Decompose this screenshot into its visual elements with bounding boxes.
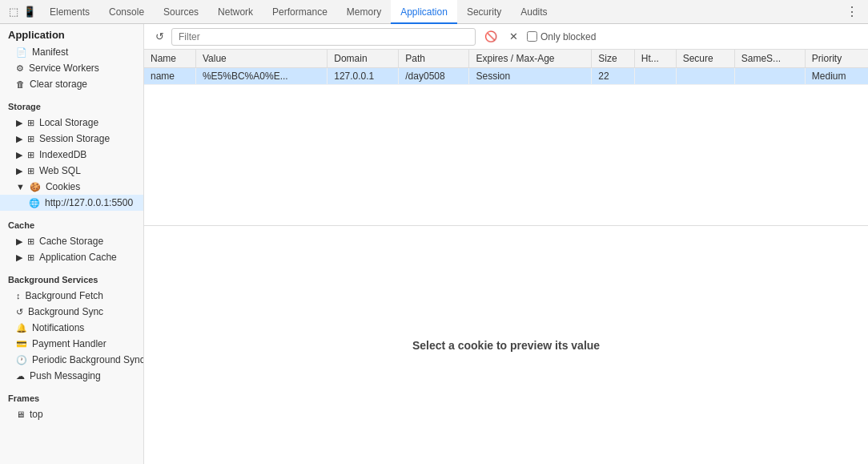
sidebar-item-session-storage[interactable]: ▶ ⊞ Session Storage: [0, 131, 143, 147]
sidebar-item-local-storage[interactable]: ▶ ⊞ Local Storage: [0, 115, 143, 131]
local-storage-label: Local Storage: [39, 117, 98, 128]
tab-performance[interactable]: Performance: [263, 0, 337, 24]
local-storage-icon: ⊞: [27, 118, 34, 128]
device-icon[interactable]: 📱: [24, 6, 35, 18]
more-options-icon[interactable]: ⋮: [839, 4, 865, 19]
table-header: Name Value Domain Path Expires / Max-Age…: [144, 50, 868, 68]
cookies-arrow-icon: ▼: [16, 182, 25, 192]
col-size[interactable]: Size: [592, 50, 635, 68]
service-workers-label: Service Workers: [29, 63, 99, 74]
tab-network[interactable]: Network: [208, 0, 263, 24]
bg-services-group: ↕ Background Fetch ↺ Background Sync 🔔 N…: [0, 288, 143, 384]
sidebar-item-payment-handler[interactable]: 💳 Payment Handler: [0, 336, 143, 352]
periodic-bg-sync-icon: 🕐: [16, 355, 27, 365]
sidebar-item-app-cache[interactable]: ▶ ⊞ Application Cache: [0, 249, 143, 265]
cookies-label: Cookies: [46, 181, 80, 192]
sidebar-item-web-sql[interactable]: ▶ ⊞ Web SQL: [0, 163, 143, 179]
col-domain[interactable]: Domain: [328, 50, 399, 68]
cell-ht---: [634, 68, 676, 85]
manifest-icon: 📄: [16, 47, 27, 58]
sidebar-item-manifest[interactable]: 📄 Manifest: [0, 44, 143, 60]
tab-memory[interactable]: Memory: [337, 0, 391, 24]
tab-security[interactable]: Security: [457, 0, 511, 24]
preview-message: Select a cookie to preview its value: [412, 339, 600, 352]
sidebar-item-periodic-bg-sync[interactable]: 🕐 Periodic Background Sync: [0, 352, 143, 368]
storage-group: ▶ ⊞ Local Storage ▶ ⊞ Session Storage ▶ …: [0, 115, 143, 211]
block-icon-button[interactable]: 🚫: [482, 28, 500, 46]
cookie-url-label: http://127.0.0.1:5500: [45, 197, 133, 208]
sidebar-item-indexeddb[interactable]: ▶ ⊞ IndexedDB: [0, 147, 143, 163]
cookies-icon: 🍪: [30, 182, 41, 192]
col-value[interactable]: Value: [195, 50, 327, 68]
col-path[interactable]: Path: [399, 50, 469, 68]
sidebar-item-bg-fetch[interactable]: ↕ Background Fetch: [0, 288, 143, 304]
tab-items-container: ElementsConsoleSourcesNetworkPerformance…: [40, 0, 557, 24]
indexeddb-label: IndexedDB: [39, 149, 86, 160]
periodic-bg-sync-label: Periodic Background Sync: [32, 354, 143, 365]
app-cache-label: Application Cache: [39, 252, 117, 263]
tab-bar: ⬚ 📱 ElementsConsoleSourcesNetworkPerform…: [0, 0, 868, 24]
tab-elements[interactable]: Elements: [40, 0, 99, 24]
sidebar-item-service-workers[interactable]: ⚙ Service Workers: [0, 60, 143, 76]
sidebar-item-clear-storage[interactable]: 🗑 Clear storage: [0, 76, 143, 92]
cache-section-header: Cache: [0, 214, 143, 233]
payment-handler-icon: 💳: [16, 339, 27, 349]
frames-section-header: Frames: [0, 387, 143, 406]
only-blocked-checkbox[interactable]: [527, 31, 537, 42]
table-row[interactable]: name%E5%BC%A0%E...127.0.0.1/day0508Sessi…: [144, 68, 868, 85]
web-sql-label: Web SQL: [39, 165, 81, 176]
bg-sync-icon: ↺: [16, 307, 23, 317]
sidebar-item-bg-sync[interactable]: ↺ Background Sync: [0, 304, 143, 320]
inspect-icon[interactable]: ⬚: [8, 6, 19, 18]
sidebar-item-cookies[interactable]: ▼ 🍪 Cookies: [0, 179, 143, 195]
tab-bar-end: ⋮: [839, 4, 865, 19]
header-row: Name Value Domain Path Expires / Max-Age…: [144, 50, 868, 68]
cache-storage-label: Cache Storage: [39, 236, 103, 247]
clear-storage-icon: 🗑: [16, 79, 25, 89]
app-cache-icon: ⊞: [27, 252, 34, 263]
service-workers-icon: ⚙: [16, 63, 24, 74]
devtools-icons: ⬚ 📱: [3, 6, 40, 18]
tab-audits[interactable]: Audits: [511, 0, 557, 24]
preview-area: Select a cookie to preview its value: [144, 226, 868, 464]
filter-input[interactable]: [171, 28, 476, 46]
cache-storage-arrow-icon: ▶: [16, 236, 22, 247]
sidebar-item-cookie-url[interactable]: 🌐 http://127.0.0.1:5500: [0, 195, 143, 211]
app-section-label: Application: [0, 24, 143, 44]
toolbar: ↺ 🚫 ✕ Only blocked: [144, 24, 868, 50]
col-priority[interactable]: Priority: [805, 50, 868, 68]
bg-fetch-label: Background Fetch: [26, 290, 103, 301]
sidebar-item-top-frame[interactable]: 🖥 top: [0, 406, 143, 422]
cell-priority: Medium: [805, 68, 868, 85]
indexeddb-icon: ⊞: [27, 150, 34, 160]
bg-sync-label: Background Sync: [28, 306, 103, 317]
refresh-button[interactable]: ↺: [151, 28, 168, 46]
top-frame-label: top: [30, 409, 43, 420]
col-ht[interactable]: Ht...: [634, 50, 676, 68]
tab-sources[interactable]: Sources: [154, 0, 208, 24]
web-sql-icon: ⊞: [27, 166, 34, 176]
push-messaging-icon: ☁: [16, 371, 25, 381]
main-layout: Application 📄 Manifest ⚙ Service Workers…: [0, 24, 868, 464]
tab-console[interactable]: Console: [99, 0, 154, 24]
cell-domain: 127.0.0.1: [328, 68, 399, 85]
tab-application[interactable]: Application: [391, 0, 457, 24]
sidebar-item-notifications[interactable]: 🔔 Notifications: [0, 320, 143, 336]
storage-section-header: Storage: [0, 95, 143, 115]
notifications-label: Notifications: [32, 322, 84, 333]
col-secure[interactable]: Secure: [676, 50, 734, 68]
cache-group: ▶ ⊞ Cache Storage ▶ ⊞ Application Cache: [0, 233, 143, 265]
session-storage-icon: ⊞: [27, 134, 34, 144]
clear-storage-label: Clear storage: [30, 79, 87, 90]
col-sames[interactable]: SameS...: [734, 50, 805, 68]
cell-size: 22: [592, 68, 635, 85]
close-icon-button[interactable]: ✕: [504, 28, 522, 46]
sidebar-item-cache-storage[interactable]: ▶ ⊞ Cache Storage: [0, 233, 143, 249]
app-cache-arrow-icon: ▶: [16, 252, 22, 263]
web-sql-arrow-icon: ▶: [16, 166, 22, 176]
col-name[interactable]: Name: [144, 50, 195, 68]
only-blocked-label[interactable]: Only blocked: [527, 31, 596, 42]
sidebar: Application 📄 Manifest ⚙ Service Workers…: [0, 24, 144, 464]
sidebar-item-push-messaging[interactable]: ☁ Push Messaging: [0, 368, 143, 384]
col-expires[interactable]: Expires / Max-Age: [469, 50, 592, 68]
